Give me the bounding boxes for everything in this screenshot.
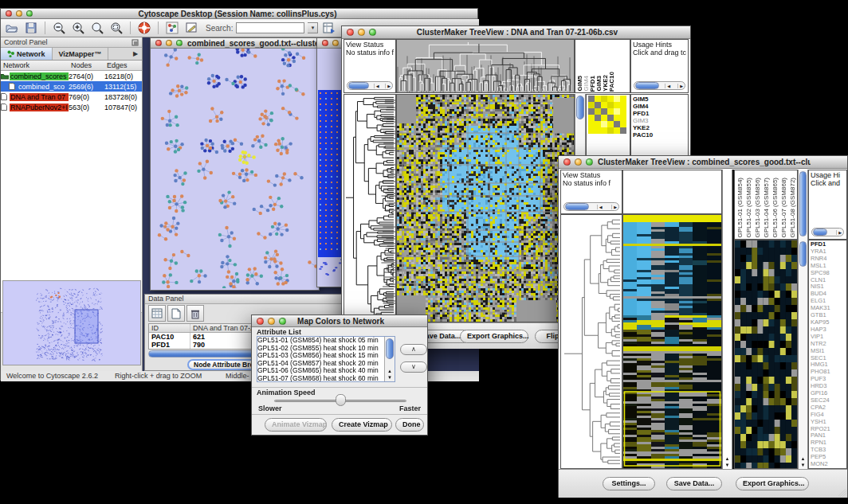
- tv2-gene-label[interactable]: BUD4: [811, 291, 845, 298]
- close-button[interactable]: [563, 158, 571, 166]
- attribute-list[interactable]: GPL51-01 (GSM854) heat shock 05 minGPL51…: [257, 336, 395, 382]
- tv2-column-label[interactable]: GPL51-04 (GSM857): [762, 178, 771, 238]
- matrix-cell[interactable]: [620, 96, 626, 102]
- tv2-gene-label[interactable]: NTR2: [811, 341, 845, 348]
- tv2-gene-label[interactable]: RPO21: [811, 426, 845, 433]
- scroll-down-icon[interactable]: ▼: [723, 463, 732, 468]
- tv2-gene-label[interactable]: YSH1: [811, 419, 845, 426]
- tv2-gene-label[interactable]: VIP1: [811, 334, 845, 341]
- tv2-save-data-button[interactable]: Save Data...: [666, 477, 722, 490]
- tv2-gene-label[interactable]: MON2: [811, 461, 845, 468]
- tv2-gene-label[interactable]: SEC24: [811, 397, 845, 404]
- tv2-status-scrollbar[interactable]: ◀▶: [563, 202, 619, 211]
- animate-vizmap-button[interactable]: Animate Vizmap: [265, 418, 327, 432]
- tv2-gene-label[interactable]: RNR4: [811, 256, 845, 263]
- matrix-cell[interactable]: [595, 102, 601, 108]
- scroll-right-icon[interactable]: ▶: [385, 84, 392, 88]
- tv2-column-label[interactable]: GPL51-03 (GSM856): [753, 178, 762, 238]
- tab-network[interactable]: Network: [1, 48, 53, 60]
- zoom-fit-icon[interactable]: [89, 21, 105, 35]
- tv2-column-label[interactable]: GPL51-08 (GSM872): [788, 178, 797, 238]
- tv2-gene-label[interactable]: FIG4: [811, 412, 845, 419]
- network-view-titlebar[interactable]: combined_scores_good.txt--cluste...: [151, 38, 319, 49]
- tv1-row-dendrogram-canvas[interactable]: [344, 95, 395, 322]
- tv2-column-label[interactable]: GPL51-06 (GSM865): [771, 178, 779, 238]
- dialog-titlebar[interactable]: Map Colors to Network: [252, 315, 427, 327]
- import-table-icon[interactable]: [321, 21, 337, 35]
- network-overview-canvas[interactable]: [3, 281, 140, 365]
- scroll-right-icon[interactable]: ▶: [836, 230, 843, 235]
- scroll-down-icon[interactable]: ▼: [799, 463, 807, 468]
- tv1-column-label[interactable]: PAC10: [609, 72, 615, 92]
- network-table-row[interactable]: DNA and Tran 07769(0)183728(0): [1, 92, 142, 102]
- matrix-cell[interactable]: [607, 102, 614, 108]
- tv2-gene-label[interactable]: GTB1: [811, 312, 845, 319]
- tv2-gene-label[interactable]: HRD3: [811, 383, 845, 390]
- tv1-global-heatmap-canvas[interactable]: [397, 95, 574, 322]
- tv2-gene-label[interactable]: YRA1: [811, 248, 845, 256]
- matrix-cell[interactable]: [588, 115, 595, 121]
- scroll-up-icon[interactable]: ▲: [385, 369, 395, 374]
- tv2-gene-label[interactable]: GPI16: [811, 390, 845, 397]
- matrix-cell[interactable]: [595, 108, 601, 115]
- zoom-button[interactable]: [279, 318, 286, 325]
- scroll-right-icon[interactable]: ▶: [677, 84, 685, 88]
- minimize-button[interactable]: [575, 158, 582, 166]
- close-button[interactable]: [155, 40, 162, 46]
- matrix-cell[interactable]: [601, 96, 607, 102]
- matrix-cell[interactable]: [588, 121, 595, 127]
- save-icon[interactable]: [23, 21, 39, 35]
- attribute-table-icon[interactable]: [148, 305, 166, 322]
- done-button[interactable]: Done: [395, 418, 424, 432]
- scroll-left-icon[interactable]: ◀: [597, 205, 604, 209]
- tv2-gene-label[interactable]: HAP3: [811, 326, 845, 334]
- tv2-gene-label[interactable]: PHO81: [811, 369, 845, 376]
- scroll-up-icon[interactable]: ▲: [799, 456, 807, 462]
- float-panel-icon[interactable]: [132, 39, 139, 46]
- tv2-row-dendrogram-canvas[interactable]: [561, 215, 622, 468]
- tv2-gene-label[interactable]: PUF3: [811, 376, 845, 383]
- tv1-correlation-matrix[interactable]: [588, 96, 626, 134]
- matrix-cell[interactable]: [601, 108, 607, 115]
- tv1-column-dendrogram-canvas[interactable]: [397, 40, 574, 92]
- matrix-cell[interactable]: [588, 108, 595, 115]
- minimize-button[interactable]: [268, 318, 275, 325]
- matrix-cell[interactable]: [601, 121, 607, 127]
- matrix-cell[interactable]: [607, 108, 614, 115]
- close-button[interactable]: [322, 40, 328, 46]
- attribute-item[interactable]: GPL51-07 (GSM868) heat shock 60 min: [257, 375, 395, 383]
- network-table-row[interactable]: combined_scores2764(0)16218(0): [1, 71, 142, 81]
- zoom-button[interactable]: [26, 10, 33, 17]
- matrix-cell[interactable]: [588, 127, 595, 134]
- attribute-list-scrollbar[interactable]: ▲ ▼: [384, 337, 395, 381]
- scroll-right-icon[interactable]: ▶: [611, 205, 618, 209]
- minimize-button[interactable]: [166, 40, 172, 46]
- tv2-column-labels-scrollbar[interactable]: [798, 170, 808, 240]
- matrix-cell[interactable]: [614, 108, 620, 115]
- tv2-hints-scrollbar[interactable]: ▶: [811, 228, 844, 236]
- create-vizmap-button[interactable]: Create Vizmap: [332, 418, 392, 432]
- tv2-global-heatmap-canvas[interactable]: [623, 215, 721, 468]
- tv2-gene-label[interactable]: ELG1: [811, 298, 845, 305]
- delete-attribute-icon[interactable]: [186, 305, 204, 322]
- minimize-button[interactable]: [332, 40, 339, 46]
- tv2-zoom-heatmap-canvas[interactable]: [735, 240, 797, 468]
- new-attribute-icon[interactable]: [167, 305, 185, 322]
- tv2-gene-label[interactable]: TCB3: [811, 447, 845, 454]
- tv1-gene-label[interactable]: YKE2: [633, 124, 686, 131]
- tv2-gene-label[interactable]: CPA2: [811, 404, 845, 412]
- tv2-gene-label[interactable]: SEC1: [811, 355, 845, 362]
- tv2-gene-label[interactable]: PEP5: [811, 454, 845, 461]
- tv2-gene-label[interactable]: MSI1: [811, 348, 845, 355]
- tab-overflow-arrow[interactable]: ▶: [129, 48, 142, 60]
- matrix-cell[interactable]: [620, 121, 626, 127]
- matrix-cell[interactable]: [620, 115, 626, 121]
- tv2-export-graphics-button[interactable]: Export Graphics...: [736, 477, 809, 490]
- tv1-gene-label[interactable]: GIM5: [633, 96, 686, 103]
- matrix-cell[interactable]: [620, 127, 626, 134]
- matrix-cell[interactable]: [620, 102, 626, 108]
- tv2-gene-label[interactable]: MAK31: [811, 305, 845, 312]
- matrix-cell[interactable]: [614, 96, 620, 102]
- zoom-in-icon[interactable]: [70, 21, 86, 35]
- main-titlebar[interactable]: Cytoscape Desktop (Session Name: collins…: [1, 9, 477, 19]
